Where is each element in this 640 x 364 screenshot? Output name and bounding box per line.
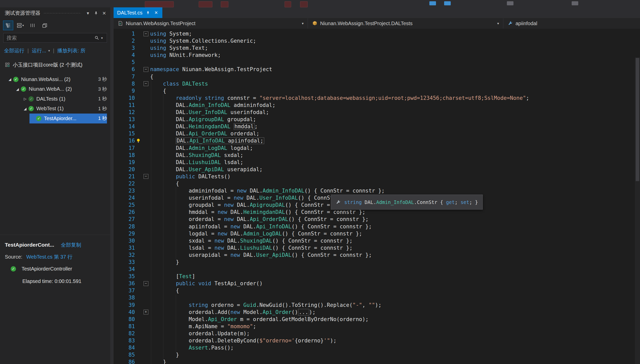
run-link[interactable]: 运行... xyxy=(32,47,46,54)
code-line[interactable]: 8− class DALTests xyxy=(114,80,640,87)
code-line[interactable]: 81 m.ApiName = "momomo"; xyxy=(114,323,640,330)
copy-all-link[interactable]: 全部复制 xyxy=(61,242,81,248)
fold-margin[interactable]: − xyxy=(142,174,150,179)
expander-icon[interactable]: ◢ xyxy=(22,107,28,111)
fold-margin[interactable]: − xyxy=(142,81,150,86)
code-line[interactable]: 84 Assert.Pass(); xyxy=(114,344,640,351)
group-by-button[interactable]: ▾ xyxy=(15,21,25,30)
expander-icon[interactable]: ▷ xyxy=(22,97,28,101)
fold-margin[interactable]: − xyxy=(142,67,150,72)
member-dropdown[interactable]: apiinfodal xyxy=(503,18,640,29)
code-line[interactable]: 17 DAL.Admin_LogDAL logdal; xyxy=(114,145,640,152)
code-line[interactable]: 20 DAL.User_ApiDAL userapidal; xyxy=(114,166,640,173)
playlist-link[interactable]: 播放列表: 所 xyxy=(57,47,86,54)
code-line[interactable]: 2using System.Collections.Generic; xyxy=(114,37,640,44)
display-options-button[interactable] xyxy=(27,21,38,30)
test-tree-item[interactable]: ▷✓DALTests (1)1 秒 xyxy=(0,94,110,104)
close-icon[interactable]: × xyxy=(154,10,159,15)
source-label: Source: xyxy=(5,254,22,260)
code-line[interactable]: 32 userapidal = new DAL.User_ApiDAL() { … xyxy=(114,251,640,259)
code-line[interactable]: 86 } xyxy=(114,358,640,364)
collapse-region-icon[interactable]: − xyxy=(144,67,148,72)
test-tree-item[interactable]: ◢✓Niunan.WebA... (2)3 秒 xyxy=(0,84,110,94)
expand-region-icon[interactable]: + xyxy=(144,310,148,314)
code-line[interactable]: 26 hmddal = new DAL.HeimingdanDAL() { Co… xyxy=(114,209,640,216)
toolbar-fragment xyxy=(300,1,308,7)
project-dropdown[interactable]: # Niunan.WebAssign.TestProject ▾ xyxy=(114,18,308,29)
code-line[interactable]: 34 xyxy=(114,266,640,273)
line-number: 40 xyxy=(114,309,135,316)
search-input[interactable] xyxy=(4,35,92,41)
test-passed-icon: ✓ xyxy=(13,77,19,82)
fold-margin[interactable]: − xyxy=(142,31,150,36)
code-line[interactable]: 12 DAL.User_InfoDAL userinfodal; xyxy=(114,109,640,116)
code-line[interactable]: 21− public DALTests() xyxy=(114,173,640,180)
pin-icon[interactable] xyxy=(146,10,151,15)
run-all-link[interactable]: 全部运行 xyxy=(4,47,24,54)
search-icon[interactable] xyxy=(92,34,101,42)
code-line[interactable]: 39 string orderno = Guid.NewGuid().ToStr… xyxy=(114,302,640,309)
code-line[interactable]: 36− public void TestApi_order() xyxy=(114,280,640,287)
code-line[interactable]: 29 logdal = new DAL.Admin_LogDAL() { Con… xyxy=(114,230,640,237)
code-line[interactable]: 40+ orderdal.Add(new Model.Api_Order()..… xyxy=(114,309,640,316)
code-line[interactable]: 38 xyxy=(114,294,640,301)
code-line[interactable]: 14 DAL.HeimingdanDAL hmddal; xyxy=(114,123,640,130)
code-line[interactable]: 85 } xyxy=(114,351,640,358)
code-line[interactable]: 37 { xyxy=(114,287,640,294)
fold-margin[interactable]: − xyxy=(142,281,150,286)
code-line[interactable]: 83 orderdal.DeleteByCond($"orderno='{ord… xyxy=(114,337,640,344)
collapse-region-icon[interactable]: − xyxy=(144,31,148,36)
code-line[interactable]: 13 DAL.ApigroupDAL groupdal; xyxy=(114,116,640,123)
test-tree-item[interactable]: ✓TestApiorder...1 秒 xyxy=(0,114,110,123)
toolbar-fragment xyxy=(507,1,513,5)
search-options-chevron-icon[interactable]: ▾ xyxy=(101,36,107,40)
chevron-down-icon[interactable]: ▾ xyxy=(48,49,50,53)
code-line[interactable]: 10 readonly string connstr = "server=loc… xyxy=(114,94,640,102)
code-line[interactable]: 33 } xyxy=(114,259,640,266)
code-line[interactable]: 27 orderdal = new DAL.Api_OrderDAL() { C… xyxy=(114,216,640,223)
code-line[interactable]: 5 xyxy=(114,59,640,66)
code-line[interactable]: 28 apiinfodal = new DAL.Api_InfoDAL() { … xyxy=(114,223,640,230)
test-passed-icon: ✓ xyxy=(28,96,34,102)
code-line[interactable]: 11 DAL.Admin_InfoDAL admininfodal; xyxy=(114,102,640,109)
chevron-down-icon[interactable]: ▾ xyxy=(84,9,92,17)
editor-vertical-scrollbar[interactable] xyxy=(635,57,640,364)
code-line[interactable]: 22 { xyxy=(114,180,640,187)
source-link[interactable]: WebTest.cs 第 37 行 xyxy=(26,254,73,260)
code-line[interactable]: 31 lsdal = new DAL.LiushuiDAL() { ConnSt… xyxy=(114,244,640,251)
close-icon[interactable]: × xyxy=(100,9,108,17)
scrollbar-thumb[interactable] xyxy=(636,58,639,181)
code-line[interactable]: 6−namespace Niunan.WebAssign.TestProject xyxy=(114,66,640,73)
code-line[interactable]: 18 DAL.ShuxingDAL sxdal; xyxy=(114,152,640,159)
hierarchy-view-button[interactable] xyxy=(3,21,13,30)
collapse-region-icon[interactable]: − xyxy=(144,281,148,286)
code-line[interactable]: 80 Model.Api_Order m = orderdal.GetModel… xyxy=(114,316,640,323)
layers-button[interactable] xyxy=(40,21,50,30)
code-line[interactable]: 19 DAL.LiushuiDAL lsdal; xyxy=(114,159,640,166)
pin-icon[interactable] xyxy=(92,9,100,17)
code-line[interactable]: 7{ xyxy=(114,73,640,80)
collapse-region-icon[interactable]: − xyxy=(144,174,148,179)
line-number: 6 xyxy=(114,66,135,73)
test-tree-item[interactable]: ◢✓Niunan.WebAssi... (2)3 秒 xyxy=(0,74,110,84)
collapse-region-icon[interactable]: − xyxy=(144,81,148,86)
tab-daltest[interactable]: DALTest.cs × xyxy=(114,7,162,18)
titlebar-grip xyxy=(43,12,81,14)
type-dropdown[interactable]: Niunan.WebAssign.TestProject.DALTests ▾ xyxy=(308,18,503,29)
code-line[interactable]: 15 DAL.Api_OrderDAL orderdal; xyxy=(114,130,640,137)
lightbulb-icon[interactable] xyxy=(135,138,142,143)
code-line[interactable]: 30 sxdal = new DAL.ShuxingDAL() { ConnSt… xyxy=(114,237,640,244)
expander-icon[interactable]: ◢ xyxy=(14,87,21,91)
code-line[interactable]: 4using NUnit.Framework; xyxy=(114,52,640,59)
expander-icon[interactable]: ◢ xyxy=(7,77,13,81)
code-line[interactable]: 16 DAL.Api_InfoDAL apiinfodal; xyxy=(114,137,640,144)
code-line[interactable]: 82 orderdal.Update(m); xyxy=(114,330,640,337)
code-line[interactable]: 9 { xyxy=(114,87,640,94)
test-tree-item[interactable]: ◢✓WebTest (1)1 秒 xyxy=(0,104,110,114)
fold-margin[interactable]: + xyxy=(142,310,150,314)
test-tree-root-row[interactable]: 小玉接口项目core版 (2 个测试) xyxy=(5,60,107,70)
code-line[interactable]: 1−using System; xyxy=(114,30,640,37)
code-line[interactable]: 35 [Test] xyxy=(114,273,640,280)
code-line[interactable]: 23 admininfodal = new DAL.Admin_InfoDAL(… xyxy=(114,187,640,194)
code-line[interactable]: 3using System.Text; xyxy=(114,44,640,52)
